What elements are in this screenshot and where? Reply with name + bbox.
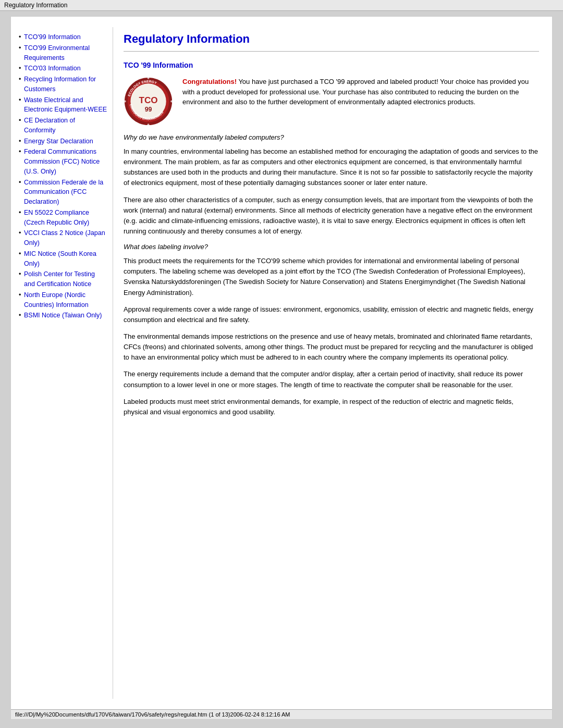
tco-logo: TCO 99 ECOLOGY ENERGY EMISSIONS ERGONOMI… [124,77,173,126]
sidebar-link[interactable]: EN 55022 Compliance (Czech Republic Only… [24,208,107,228]
heading2: What does labeling involve? [124,243,539,251]
sidebar-link[interactable]: Energy Star Declaration [24,137,107,146]
sidebar-item: Commission Federale de la Communication … [19,178,107,207]
para3: This product meets the requirements for … [124,256,539,298]
tco-intro-block: TCO 99 ECOLOGY ENERGY EMISSIONS ERGONOMI… [124,77,539,126]
sidebar-item: Federal Communications Commission (FCC) … [19,147,107,176]
status-bar: file:///D|/My%20Documents/dfu/170V6/taiw… [11,709,552,719]
sidebar-item: VCCI Class 2 Notice (Japan Only) [19,228,107,248]
sidebar-link[interactable]: MIC Notice (South Korea Only) [24,249,107,269]
page-title: Regulatory Information [124,32,539,46]
svg-point-9 [124,101,126,103]
svg-point-7 [148,77,150,79]
sidebar-link[interactable]: TCO'99 Information [24,32,107,42]
sidebar-item: North Europe (Nordic Countries) Informat… [19,290,107,310]
sidebar-item: MIC Notice (South Korea Only) [19,249,107,269]
divider [124,51,539,52]
para1: In many countries, environmental labelin… [124,146,539,189]
section1-title: TCO '99 Information [124,61,539,69]
sidebar-link[interactable]: Recycling Information for Customers [24,75,107,94]
status-bar-text: file:///D|/My%20Documents/dfu/170V6/taiw… [15,711,290,718]
para5: The environmental demands impose restric… [124,331,539,363]
heading1: Why do we have environmentally labeled c… [124,133,539,141]
sidebar-item: Waste Electrical and Electronic Equipmen… [19,95,107,115]
sidebar-item: Polish Center for Testing and Certificat… [19,269,107,289]
main-layout: TCO'99 InformationTCO'99 Environmental R… [11,17,552,709]
svg-text:TCO: TCO [139,95,157,105]
svg-text:99: 99 [145,106,152,113]
para6: The energy requirements include a demand… [124,369,539,390]
sidebar-item: EN 55022 Compliance (Czech Republic Only… [19,208,107,228]
sidebar-item: Recycling Information for Customers [19,75,107,94]
page-wrapper: TCO'99 InformationTCO'99 Environmental R… [10,16,553,720]
para2: There are also other characteristics of … [124,195,539,237]
sidebar-item: Energy Star Declaration [19,137,107,146]
sidebar-link[interactable]: BSMI Notice (Taiwan Only) [24,311,107,320]
tco-intro-text: Congratulations! You have just purchased… [182,77,539,126]
svg-point-8 [148,124,150,126]
sidebar-link[interactable]: Federal Communications Commission (FCC) … [24,147,107,176]
sidebar-nav: TCO'99 InformationTCO'99 Environmental R… [19,32,107,320]
sidebar-link[interactable]: TCO'99 Environmental Requirements [24,43,107,63]
sidebar: TCO'99 InformationTCO'99 Environmental R… [11,27,113,699]
sidebar-item: CE Declaration of Conformity [19,116,107,135]
sidebar-link[interactable]: TCO'03 Information [24,64,107,73]
sidebar-link[interactable]: VCCI Class 2 Notice (Japan Only) [24,228,107,248]
sidebar-link[interactable]: Waste Electrical and Electronic Equipmen… [24,95,107,115]
sidebar-link[interactable]: Polish Center for Testing and Certificat… [24,269,107,289]
content-area: Regulatory Information TCO '99 Informati… [113,27,552,699]
sidebar-link[interactable]: CE Declaration of Conformity [24,116,107,135]
sidebar-item: TCO'99 Environmental Requirements [19,43,107,63]
congrats-label: Congratulations! [182,78,237,85]
sidebar-item: BSMI Notice (Taiwan Only) [19,311,107,320]
para4: Approval requirements cover a wide range… [124,304,539,325]
para7: Labeled products must meet strict enviro… [124,397,539,417]
sidebar-link[interactable]: Commission Federale de la Communication … [24,178,107,207]
sidebar-item: TCO'99 Information [19,32,107,42]
svg-point-10 [170,101,173,103]
sidebar-item: TCO'03 Information [19,64,107,73]
sidebar-link[interactable]: North Europe (Nordic Countries) Informat… [24,290,107,310]
title-bar-text: Regulatory Information [4,2,67,9]
title-bar: Regulatory Information [0,0,563,11]
tco-logo-svg: TCO 99 ECOLOGY ENERGY EMISSIONS ERGONOMI… [124,77,173,126]
